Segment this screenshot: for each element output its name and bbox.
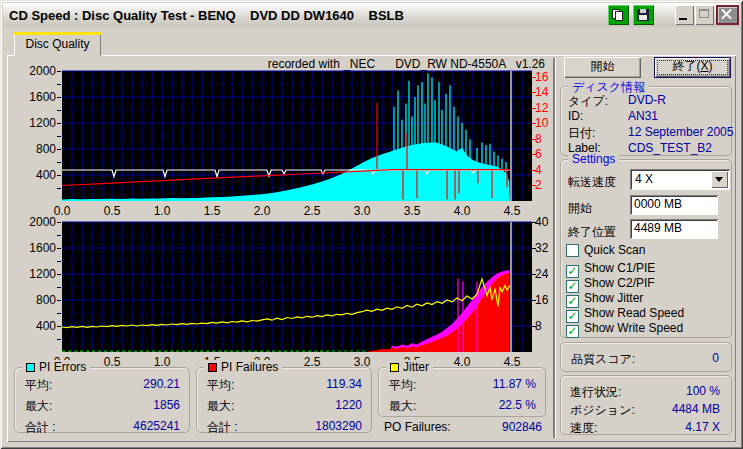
checkbox-show-read-speed[interactable]: ✓Show Read Speed — [566, 306, 684, 321]
stats-row-value: 1803290 — [315, 419, 362, 433]
checkbox-show-c1-pie[interactable]: ✓Show C1/PIE — [566, 261, 655, 276]
stats-row: 平均:119.34 — [207, 377, 362, 392]
window-title: CD Speed : Disc Quality Test - BENQ DVD … — [3, 8, 404, 23]
disc-info-value: 12 September 2005 — [628, 125, 733, 139]
y-axis-tick — [57, 149, 61, 150]
progress-row-value: 100 % — [560, 384, 720, 398]
y-axis-tick-right — [532, 248, 536, 249]
titlebar: CD Speed : Disc Quality Test - BENQ DVD … — [3, 3, 740, 27]
y-axis-label-left: 1200 — [22, 267, 56, 281]
disc-info-label: 日付: — [568, 125, 595, 142]
quality-score-group: 品質スコア: 0 — [560, 342, 732, 372]
stats-row-label: 平均: — [207, 377, 234, 394]
x-axis-label: 4.0 — [448, 204, 476, 218]
y-axis-label-right: 16 — [535, 70, 561, 84]
settings-title: Settings — [568, 152, 619, 166]
legend-color-square — [390, 363, 399, 372]
po-failures-row: PO Failures: 902846 — [384, 420, 542, 435]
stats-row-value: 119.34 — [326, 377, 362, 391]
disc-info-value: DVD-R — [628, 93, 666, 107]
disc-info-value: CDS_TEST_B2 — [628, 141, 712, 155]
series-PI Errors — [62, 143, 510, 202]
checkbox-show-write-speed[interactable]: ✓Show Write Speed — [566, 321, 683, 336]
bottom-chart-svg — [62, 222, 532, 352]
quality-score-value: 0 — [712, 351, 719, 365]
tab-label: Disc Quality — [25, 37, 89, 51]
stats-group-title: Jitter — [386, 360, 433, 374]
close-button[interactable] — [716, 5, 739, 25]
stats-row-value: 1856 — [153, 398, 180, 412]
y-axis-tick-right — [532, 154, 536, 155]
copy-icon[interactable] — [608, 5, 629, 25]
checkbox-checked-icon[interactable]: ✓ — [566, 325, 579, 338]
maximize-button[interactable] — [695, 5, 714, 25]
y-axis-label-right: 16 — [535, 293, 561, 307]
y-axis-tick — [57, 84, 61, 85]
stats-group-title: PI Errors — [22, 360, 90, 374]
y-axis-label-right: 4 — [535, 163, 561, 177]
tab-disc-quality[interactable]: Disc Quality — [14, 33, 101, 56]
y-axis-tick — [57, 261, 61, 262]
checkbox-label: Show C1/PIE — [584, 261, 655, 275]
stats-row-value: 11.87 % — [493, 377, 536, 391]
stats-row-value: 22.5 % — [499, 398, 536, 412]
quality-score-label: 品質スコア: — [571, 351, 635, 368]
x-axis-label: 3.5 — [398, 204, 426, 218]
start-pos-value: 0000 MB — [634, 197, 682, 211]
pie-chart: 4008001200160020002468101214160.00.51.01… — [62, 71, 532, 201]
checkbox-show-c2-pif[interactable]: ✓Show C2/PIF — [566, 276, 655, 291]
series-Jitter — [62, 279, 510, 328]
start-pos-input[interactable]: 0000 MB — [630, 195, 718, 215]
y-axis-label-left: 400 — [22, 319, 56, 333]
y-axis-tick — [57, 188, 61, 189]
disc-info-value: AN31 — [628, 109, 658, 123]
stats-row-label: 合計 : — [207, 419, 238, 436]
y-axis-label-right: 12 — [535, 101, 561, 115]
stats-row: 合計 :1803290 — [207, 419, 362, 434]
y-axis-label-left: 800 — [22, 293, 56, 307]
speed-label: 転送速度 — [568, 174, 616, 191]
checkbox-unchecked-icon[interactable] — [566, 244, 579, 257]
floppy-shutter — [640, 9, 646, 13]
legend-color-square — [26, 363, 35, 372]
x-axis-label: 4.5 — [498, 204, 526, 218]
end-pos-input[interactable]: 4489 MB — [630, 219, 718, 239]
minimize-button[interactable] — [675, 5, 694, 25]
checkbox-label: Show Read Speed — [584, 306, 684, 320]
y-axis-tick — [57, 97, 61, 98]
stats-row-label: 最大: — [207, 398, 234, 415]
x-axis-label: 3.0 — [348, 204, 376, 218]
checkbox-show-jitter[interactable]: ✓Show Jitter — [566, 291, 643, 306]
pif-jitter-chart: 4008001200160020008162432400.00.51.01.52… — [62, 222, 532, 352]
y-axis-tick — [57, 71, 61, 72]
y-axis-tick-right — [532, 300, 536, 301]
stats-group-pi-failures: PI Failures平均:119.34最大:1220合計 :1803290 — [196, 367, 372, 433]
x-axis-label: 1.0 — [148, 204, 176, 218]
chevron-down-icon[interactable] — [711, 171, 728, 188]
stats-row: 合計 :4625241 — [25, 419, 180, 434]
stats-row: 平均:11.87 % — [389, 377, 536, 392]
x-axis-label: 0.5 — [98, 204, 126, 218]
speed-combobox[interactable]: 4 X — [630, 169, 730, 190]
y-axis-tick — [57, 326, 61, 327]
po-failures-label: PO Failures: — [384, 420, 451, 434]
y-axis-label-right: 32 — [535, 241, 561, 255]
y-axis-label-right: 10 — [535, 116, 561, 130]
save-icon[interactable] — [633, 5, 654, 25]
tab-active-stripe — [14, 32, 101, 35]
start-button[interactable]: 開始 — [564, 57, 641, 78]
y-axis-tick — [57, 313, 61, 314]
y-axis-tick — [57, 110, 61, 111]
y-axis-tick-right — [532, 222, 536, 223]
exit-button[interactable]: 終了(X) — [654, 57, 731, 78]
y-axis-tick-right — [532, 108, 536, 109]
y-axis-tick-right — [532, 326, 536, 327]
checkbox-quick-scan[interactable]: Quick Scan — [566, 243, 645, 258]
start-button-label: 開始 — [591, 59, 615, 73]
maximize-icon — [699, 9, 709, 18]
progress-row-value: 4.17 X — [560, 420, 720, 434]
floppy-label — [639, 15, 647, 20]
x-axis-label: 2.5 — [298, 204, 326, 218]
y-axis-tick-right — [532, 123, 536, 124]
stats-row: 最大:22.5 % — [389, 398, 536, 413]
